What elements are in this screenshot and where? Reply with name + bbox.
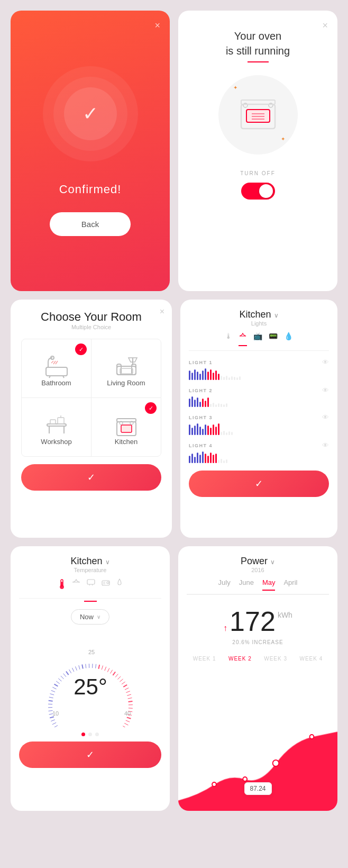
svg-line-60: [60, 676, 63, 679]
week-2[interactable]: WEEK 2: [228, 656, 252, 662]
month-tabs: July June May April: [187, 578, 329, 595]
svg-rect-27: [121, 425, 132, 432]
svg-line-54: [50, 694, 54, 695]
lights-confirm-button[interactable]: ✓: [189, 471, 329, 497]
svg-line-76: [110, 670, 112, 674]
light-1-label: LIGHT 1: [189, 360, 213, 365]
temp-confirm-button[interactable]: ✓: [19, 742, 161, 768]
svg-line-81: [122, 682, 125, 684]
tab-tv2[interactable]: [87, 578, 95, 594]
power-header: Power ∨ 2016: [187, 556, 329, 573]
tab-radio[interactable]: 📟: [269, 332, 278, 346]
room-grid: ✓ Bathroom: [21, 339, 161, 457]
svg-text:25: 25: [88, 649, 95, 655]
month-june[interactable]: June: [239, 578, 254, 591]
close-button[interactable]: ×: [154, 20, 160, 31]
svg-rect-30: [117, 419, 136, 422]
livingroom-icon: [114, 354, 139, 379]
light-3-bars: [189, 423, 329, 435]
svg-rect-1: [246, 110, 270, 122]
svg-line-13: [53, 361, 56, 364]
eye-icon-1[interactable]: 👁: [322, 358, 329, 366]
tab-therm-active[interactable]: [58, 578, 66, 594]
light-4-label: LIGHT 4: [189, 443, 213, 448]
bathroom-check: ✓: [75, 343, 87, 355]
tab-thermometer[interactable]: 🌡: [225, 332, 232, 346]
bathroom-label: Bathroom: [41, 379, 71, 387]
svg-line-65: [75, 666, 77, 670]
svg-rect-8: [46, 367, 67, 376]
kitchen-lights-title: Kitchen ∨: [189, 309, 329, 320]
kitchen-lights-card: Kitchen ∨ Lights 🌡 📺 📟 💧 LIGHT 1 👁: [180, 300, 337, 538]
svg-line-68: [85, 664, 86, 668]
light-2-bars: [189, 396, 329, 407]
light-row-3: LIGHT 3 👁: [189, 413, 329, 435]
svg-line-85: [127, 694, 131, 695]
room-cell-kitchen[interactable]: ✓ Kitchen: [91, 398, 161, 456]
svg-line-84: [126, 691, 130, 693]
month-april[interactable]: April: [283, 578, 297, 591]
week-4[interactable]: WEEK 4: [299, 656, 323, 662]
light-4-bars: [189, 451, 329, 463]
kitchen-lights-subtitle: Lights: [189, 320, 329, 327]
choose-room-card: × Choose Your Room Multiple Choice ✓ Bat: [11, 300, 172, 538]
oven-divider: [248, 61, 269, 62]
oven-card: × Your oven is still running ✦: [178, 11, 337, 291]
confirmed-text: Confirmed!: [59, 183, 122, 196]
month-may[interactable]: May: [262, 578, 276, 591]
svg-line-53: [49, 697, 53, 698]
confirm-button[interactable]: ✓: [21, 464, 161, 491]
lights-confirm-icon: ✓: [255, 478, 263, 490]
svg-line-64: [72, 668, 74, 672]
temperature-gauge: 25° 10 40 25 (function(){ var g = docume…: [19, 632, 161, 727]
month-july[interactable]: July: [218, 578, 231, 591]
close-button[interactable]: ×: [322, 20, 328, 31]
eye-icon-4[interactable]: 👁: [322, 441, 329, 449]
svg-line-61: [63, 674, 66, 677]
svg-line-56: [52, 687, 56, 689]
spark-icon-tl: ✦: [233, 85, 237, 91]
power-unit: kWh: [278, 611, 292, 619]
tab-water[interactable]: 💧: [284, 332, 293, 346]
room-cell-workshop[interactable]: Workshop: [22, 398, 91, 456]
week-3[interactable]: WEEK 3: [264, 656, 287, 662]
close-button[interactable]: ×: [160, 307, 164, 317]
turn-off-label: TURN OFF: [240, 170, 276, 176]
light-row-4: LIGHT 4 👁: [189, 441, 329, 463]
svg-line-63: [69, 670, 71, 673]
svg-line-44: [54, 726, 58, 727]
svg-rect-23: [50, 420, 56, 424]
svg-line-57: [54, 684, 58, 686]
svg-line-52: [48, 701, 52, 701]
svg-line-77: [113, 672, 115, 675]
svg-line-62: [66, 672, 69, 675]
tab-hanger[interactable]: [239, 332, 247, 346]
week-1[interactable]: WEEK 1: [193, 656, 216, 662]
svg-point-34: [61, 586, 63, 588]
bathroom-icon: [44, 354, 69, 379]
svg-line-92: [126, 717, 131, 718]
light-row-1: LIGHT 1 👁: [189, 358, 329, 380]
svg-line-47: [50, 717, 54, 718]
kitchen-temp-subtitle: Temperature: [19, 567, 161, 573]
tab-tv[interactable]: 📺: [253, 332, 262, 346]
svg-line-46: [51, 720, 54, 721]
room-cell-bathroom[interactable]: ✓ Bathroom: [22, 339, 91, 397]
tab-water2[interactable]: [116, 578, 123, 594]
power-title: Power ∨: [187, 556, 329, 567]
room-cell-livingroom[interactable]: Living Room: [91, 339, 161, 397]
tab-radio2[interactable]: [102, 578, 110, 594]
eye-icon-3[interactable]: 👁: [322, 413, 329, 421]
workshop-label: Workshop: [41, 438, 71, 446]
now-dropdown[interactable]: Now ∨: [71, 609, 109, 625]
kitchen-temp-card: Kitchen ∨ Temperature: [11, 546, 170, 811]
back-button[interactable]: Back: [50, 212, 131, 236]
svg-point-107: [243, 777, 247, 781]
toggle-switch[interactable]: [241, 183, 275, 200]
svg-line-80: [120, 679, 123, 682]
svg-line-59: [58, 679, 61, 681]
svg-line-55: [51, 690, 54, 692]
eye-icon-2[interactable]: 👁: [322, 386, 329, 394]
power-chart-svg: [178, 726, 337, 811]
tab-hanger2[interactable]: [72, 578, 80, 594]
